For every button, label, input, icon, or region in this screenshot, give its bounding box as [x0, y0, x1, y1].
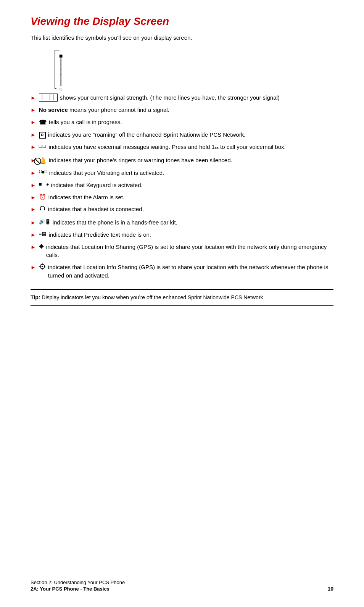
item-text-predictive: indicates that Predictive text mode is o… — [49, 231, 333, 239]
svg-rect-1 — [44, 208, 45, 210]
chapter-bold: 2A: Your PCS Phone - The Basics — [31, 586, 110, 592]
chapter-label: 2A: Your PCS Phone - The Basics 10 — [31, 586, 333, 592]
gps-on-svg — [39, 263, 46, 270]
section-label: Section 2: Understanding Your PCS Phone — [31, 580, 333, 585]
tip-text: Display indicators let you know when you… — [40, 294, 264, 300]
list-item: ► indicates that a headset is connected. — [31, 205, 333, 215]
footer: Section 2: Understanding Your PCS Phone … — [31, 580, 333, 592]
list-item: ► ✥ indicates that Location Info Sharing… — [31, 243, 333, 260]
item-text-silent: indicates that your phone’s ringers or w… — [49, 156, 333, 165]
headset-icon — [39, 205, 46, 215]
signal-icon-diagram: ┌─﻿ │ ■ │ ┃ │ ┃ │ ┃ │ ┃ │ ┃ └ ᶓ — [53, 48, 333, 91]
item-text-voicemail: indicates you have voicemail messages wa… — [49, 143, 333, 152]
item-text-carkit: indicates that the phone is in a hands-f… — [53, 218, 333, 227]
list-item: ► 🔊📱 indicates that the phone is in a ha… — [31, 218, 333, 227]
item-text-signal: shows your current signal strength. (The… — [60, 94, 333, 102]
signal-bars-sym: ││││ — [39, 94, 58, 102]
bullet-icon: ► — [31, 169, 36, 177]
bullet-icon: ► — [31, 181, 36, 189]
no-service-term: No service — [39, 107, 68, 113]
bullet-icon: ► — [31, 263, 36, 271]
list-item: ► 🔔⃠ indicates that your phone’s ringers… — [31, 156, 333, 165]
vibrate-icon: ∷■∷ — [39, 169, 47, 176]
item-text-no-service: No service means your phone cannot find … — [39, 106, 333, 114]
list-item: ► ⏰ indicates that the Alarm is set. — [31, 193, 333, 202]
roaming-icon: R — [39, 131, 46, 139]
item-text-keyguard: indicates that Keyguard is activated. — [51, 181, 333, 189]
list-item: ► ∷■∷ indicates that your Vibrating aler… — [31, 169, 333, 177]
item-text-call: tells you a call is in progress. — [49, 118, 333, 126]
item-text-vibrate: indicates that your Vibrating alert is a… — [49, 169, 333, 177]
list-item: ► ││││ shows your current signal strengt… — [31, 94, 333, 102]
carkit-icon: 🔊📱 — [39, 218, 50, 226]
item-text-gps-emergency: indicates that Location Info Sharing (GP… — [46, 243, 333, 260]
intro-text: This list identifies the symbols you’ll … — [31, 34, 333, 41]
list-item: ► ≡▤ indicates that Predictive text mode… — [31, 231, 333, 239]
page-number: 10 — [327, 586, 333, 592]
list-item: ► □□ indicates you have voicemail messag… — [31, 143, 333, 152]
bullet-icon: ► — [31, 143, 36, 151]
list-item: ► ☎ tells you a call is in progress. — [31, 118, 333, 127]
list-item: ► R indicates you are “roaming” off the … — [31, 131, 333, 139]
alarm-icon: ⏰ — [39, 193, 46, 202]
voicemail-icon: □□ — [39, 143, 47, 150]
bullet-icon: ► — [31, 243, 36, 251]
bullet-icon: ► — [31, 194, 36, 201]
bullet-icon: ► — [31, 231, 36, 239]
svg-rect-0 — [40, 208, 41, 210]
bullet-icon: ► — [31, 94, 36, 102]
keyguard-icon: ■—● — [39, 181, 49, 188]
svg-point-3 — [42, 266, 43, 267]
predictive-icon: ≡▤ — [39, 231, 47, 238]
list-item: ► ■—● indicates that Keyguard is activat… — [31, 181, 333, 189]
headset-svg — [39, 205, 46, 212]
bullet-icon: ► — [31, 205, 36, 213]
item-text-headset: indicates that a headset is connected. — [48, 205, 333, 213]
bullet-icon: ► — [31, 157, 36, 164]
symbol-list: ► ││││ shows your current signal strengt… — [31, 94, 333, 279]
item-text-alarm: indicates that the Alarm is set. — [48, 193, 333, 202]
bullet-icon: ► — [31, 106, 36, 114]
item-text-gps-on: indicates that Location Info Sharing (GP… — [48, 263, 333, 280]
gps-emergency-icon: ✥ — [39, 243, 44, 251]
list-item: ► indicates that Location Info Sharing (… — [31, 263, 333, 280]
item-text-roaming: indicates you are “roaming” off the enha… — [48, 131, 333, 139]
roaming-icon-box: R — [39, 132, 46, 139]
bullet-icon: ► — [31, 131, 36, 139]
list-item: ► No service means your phone cannot fin… — [31, 106, 333, 114]
gps-on-icon — [39, 263, 46, 273]
bullet-icon: ► — [31, 219, 36, 226]
tip-box: Tip: Display indicators let you know whe… — [31, 289, 333, 306]
bullet-icon: ► — [31, 118, 36, 126]
tip-label: Tip: — [31, 294, 40, 300]
phone-icon: ☎ — [39, 118, 47, 127]
page-title: Viewing the Display Screen — [31, 15, 333, 27]
silent-icon: 🔔⃠ — [39, 156, 47, 165]
